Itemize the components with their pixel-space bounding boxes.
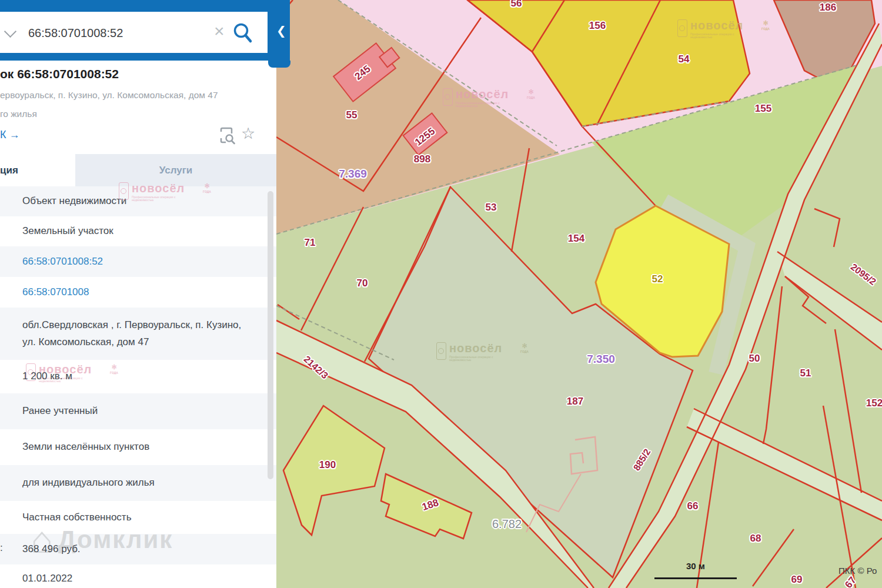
detail-row: Земельный участок xyxy=(0,216,276,246)
search-input[interactable] xyxy=(27,12,206,54)
search-icon[interactable] xyxy=(233,22,253,48)
scale-bar-label: 30 м xyxy=(654,561,737,571)
object-usage: го жилья xyxy=(0,109,37,119)
map-viewport[interactable]: 56 156 54 186 155 245 55 1255 898 7.369 … xyxy=(276,0,882,588)
parcel-label: 190 xyxy=(319,459,336,471)
selected-parcel-label: 52 xyxy=(652,273,663,285)
search-bar: × xyxy=(0,0,290,61)
detail-row: Объект недвижимости xyxy=(0,186,276,216)
pkk-app: 56 156 54 186 155 245 55 1255 898 7.369 … xyxy=(0,0,882,588)
parcel-label: 68 xyxy=(750,533,761,544)
parcel-label: 186 xyxy=(820,2,836,14)
parcel-label: 54 xyxy=(679,54,690,65)
parcel-label: 50 xyxy=(749,353,760,365)
parcel-label: 56 xyxy=(511,0,522,9)
parcel-label: 53 xyxy=(486,202,497,213)
sidebar-scrollbar[interactable] xyxy=(268,191,273,479)
cutoff-label-fragment: : xyxy=(0,542,3,554)
collapse-panel-icon[interactable]: ❮ xyxy=(276,24,286,38)
parcel-label: 66 xyxy=(687,500,699,512)
map-canvas[interactable] xyxy=(276,0,882,588)
tab-services[interactable]: Услуги xyxy=(75,154,276,186)
doc-search-icon[interactable] xyxy=(218,126,236,148)
tab-information-label: ция xyxy=(0,154,75,186)
detail-row-value-date: 01.01.2022 xyxy=(0,564,276,588)
detail-row-area: 1 200 кв. м xyxy=(0,360,276,393)
parcel-label: 55 xyxy=(346,109,358,121)
object-address: ервоуральск, п. Кузино, ул. Комсомольска… xyxy=(0,90,218,101)
parcel-label: 155 xyxy=(755,103,771,115)
search-field-wrap: × xyxy=(0,12,268,53)
page-title: ок 66:58:0701008:52 xyxy=(0,67,119,81)
tab-information[interactable]: ция xyxy=(0,154,75,186)
tab-services-label: Услуги xyxy=(159,154,193,186)
parcel-label: 187 xyxy=(567,396,583,407)
detail-row-status: Ранее учтенный xyxy=(0,393,276,429)
detail-row-ownership: Частная собственность xyxy=(0,501,276,534)
parcel-label: 69 xyxy=(791,574,803,586)
detail-row-permitted-use: для индивидуального жилья xyxy=(0,465,276,501)
parcel-label: 898 xyxy=(414,153,430,165)
detail-row-category: Земли населённых пунктов xyxy=(0,429,276,465)
detail-row-address: обл.Свердловская , г. Первоуральск, п. К… xyxy=(0,308,276,360)
quarter-label: 7.350 xyxy=(587,353,615,366)
search-type-dropdown-icon[interactable] xyxy=(4,25,16,38)
detail-row-quarter-number[interactable]: 66:58:0701008 xyxy=(0,277,276,308)
pkk-link[interactable]: К → xyxy=(0,129,20,141)
quarter-label: 7.369 xyxy=(339,168,367,181)
parcel-label: 152 xyxy=(866,397,882,409)
detail-row-cadastral-number[interactable]: 66:58:0701008:52 xyxy=(0,246,276,277)
parcel-label: 156 xyxy=(589,20,606,32)
details-sidebar: × ❮ ок 66:58:0701008:52 ервоуральск, п. … xyxy=(0,0,276,588)
parcel-label: 51 xyxy=(800,368,811,379)
favorite-star-icon[interactable]: ☆ xyxy=(241,124,255,143)
parcel-label: 71 xyxy=(305,237,316,249)
parcel-label: 70 xyxy=(357,278,368,289)
clear-search-icon[interactable]: × xyxy=(214,21,225,41)
quarter-label: 6.782 xyxy=(492,517,522,531)
scale-bar xyxy=(654,577,737,579)
parcel-label: 154 xyxy=(568,233,584,245)
detail-row-cadastral-value: 368 496 руб. xyxy=(0,534,276,564)
map-attribution: ПКК © Ро xyxy=(838,566,877,576)
details-list: Объект недвижимости Земельный участок 66… xyxy=(0,186,276,588)
panel-collapse-tab[interactable] xyxy=(268,61,290,68)
